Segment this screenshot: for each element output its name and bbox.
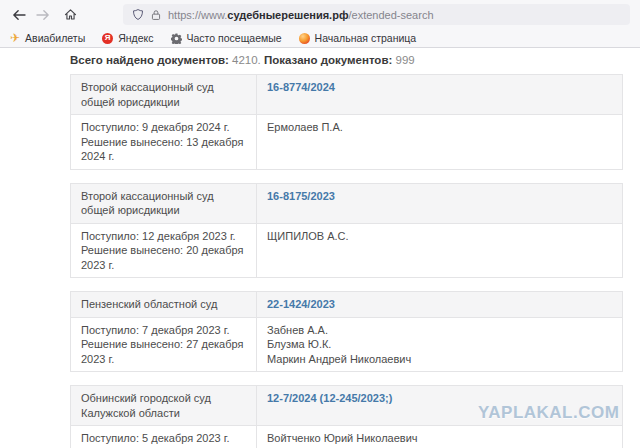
shield-icon	[132, 8, 144, 21]
bookmark-start-page[interactable]: Начальная страница	[299, 32, 417, 44]
court-name: Второй кассационный суд общей юрисдикции	[71, 75, 257, 115]
home-button[interactable]	[61, 6, 79, 24]
participant-name: Войтченко Юрий Николаевич	[267, 431, 612, 446]
url-protocol: https://www.	[168, 9, 227, 21]
bookmark-label: Авиабилеты	[25, 32, 85, 44]
results-list: Второй кассационный суд общей юрисдикции…	[70, 74, 640, 448]
url-domain: судебныерешения.рф	[227, 9, 348, 21]
forward-arrow-icon	[36, 9, 50, 21]
case-dates: Поступило: 7 декабря 2023 г. Решение вын…	[71, 317, 257, 372]
url-bar[interactable]: https://www.судебныерешения.рф/extended-…	[123, 4, 630, 25]
case-number-link[interactable]: 12-7/2024 (12-245/2023;)	[267, 392, 392, 404]
court-name: Обнинский городской суд Калужской област…	[71, 386, 257, 426]
lock-icon	[151, 9, 161, 21]
participants: ЩИПИЛОВ А.С.	[257, 223, 623, 278]
bookmarks-bar: ✈ Авиабилеты Я Яндекс Часто посещаемые Н…	[0, 29, 640, 48]
result-detail-row: Поступило: 7 декабря 2023 г. Решение вын…	[71, 317, 623, 372]
result-detail-row: Поступило: 9 декабря 2024 г. Решение вын…	[71, 115, 623, 170]
result-detail-row: Поступило: 12 декабря 2023 г. Решение вы…	[71, 223, 623, 278]
gear-icon	[171, 33, 182, 44]
result-card: Второй кассационный суд общей юрисдикции…	[70, 183, 623, 279]
participant-name: ЩИПИЛОВ А.С.	[267, 229, 612, 244]
bookmark-label: Яндекс	[118, 32, 153, 44]
shown-label: Показано документов:	[264, 54, 392, 66]
date-received: Поступило: 12 декабря 2023 г.	[81, 229, 246, 244]
case-number-link[interactable]: 16-8774/2024	[267, 81, 335, 93]
result-card: Пензенский областной суд 22-1424/2023 По…	[70, 291, 623, 372]
participant-name: Маркин Андрей Николаевич	[267, 352, 612, 367]
page-content: Всего найдено документов: 4210. Показано…	[0, 48, 640, 448]
participants: Войтченко Юрий НиколаевичВоробьев Дмитри…	[257, 426, 623, 448]
browser-toolbar: https://www.судебныерешения.рф/extended-…	[0, 0, 640, 29]
participants: Забнев А.А.Блузма Ю.К.Маркин Андрей Нико…	[257, 317, 623, 372]
participant-name: Ермолаев П.А.	[267, 120, 612, 135]
date-received: Поступило: 9 декабря 2024 г.	[81, 120, 246, 135]
bookmark-yandex[interactable]: Я Яндекс	[102, 32, 153, 44]
orange-sphere-icon	[299, 33, 310, 44]
court-name: Пензенский областной суд	[71, 292, 257, 318]
case-number-link[interactable]: 22-1424/2023	[267, 298, 335, 310]
result-header-row: Пензенский областной суд 22-1424/2023	[71, 292, 623, 318]
shown-value: 999	[396, 54, 415, 66]
case-dates: Поступило: 5 декабря 2023 г. Решение вын…	[71, 426, 257, 448]
bookmark-aviabilety[interactable]: ✈ Авиабилеты	[10, 32, 85, 44]
date-decided: Решение вынесено: 13 декабря 2024 г.	[81, 135, 246, 164]
date-decided: Решение вынесено: 20 декабря 2023 г.	[81, 243, 246, 272]
case-number-link[interactable]: 16-8175/2023	[267, 190, 335, 202]
url-path: /extended-search	[349, 9, 434, 21]
back-arrow-icon	[12, 9, 26, 21]
yandex-icon: Я	[102, 33, 113, 44]
participant-name: Блузма Ю.К.	[267, 337, 612, 352]
bookmark-frequently-visited[interactable]: Часто посещаемые	[171, 32, 282, 44]
result-header-row: Обнинский городской суд Калужской област…	[71, 386, 623, 426]
date-decided: Решение вынесено: 27 декабря 2023 г.	[81, 337, 246, 366]
airplane-icon: ✈	[10, 32, 20, 44]
total-found-label: Всего найдено документов:	[70, 54, 229, 66]
result-card: Второй кассационный суд общей юрисдикции…	[70, 74, 623, 170]
bookmark-label: Начальная страница	[315, 32, 417, 44]
results-summary: Всего найдено документов: 4210. Показано…	[70, 54, 640, 66]
result-header-row: Второй кассационный суд общей юрисдикции…	[71, 183, 623, 223]
participant-name: Забнев А.А.	[267, 323, 612, 338]
case-dates: Поступило: 12 декабря 2023 г. Решение вы…	[71, 223, 257, 278]
url-text: https://www.судебныерешения.рф/extended-…	[168, 9, 434, 21]
result-detail-row: Поступило: 5 декабря 2023 г. Решение вын…	[71, 426, 623, 448]
home-icon	[64, 8, 77, 21]
result-card: Обнинский городской суд Калужской област…	[70, 385, 623, 448]
forward-button[interactable]	[34, 6, 52, 24]
date-received: Поступило: 7 декабря 2023 г.	[81, 323, 246, 338]
bookmark-label: Часто посещаемые	[187, 32, 282, 44]
date-received: Поступило: 5 декабря 2023 г.	[81, 431, 246, 446]
result-header-row: Второй кассационный суд общей юрисдикции…	[71, 75, 623, 115]
participants: Ермолаев П.А.	[257, 115, 623, 170]
case-dates: Поступило: 9 декабря 2024 г. Решение вын…	[71, 115, 257, 170]
total-found-value: 4210.	[232, 54, 261, 66]
back-button[interactable]	[10, 6, 28, 24]
court-name: Второй кассационный суд общей юрисдикции	[71, 183, 257, 223]
